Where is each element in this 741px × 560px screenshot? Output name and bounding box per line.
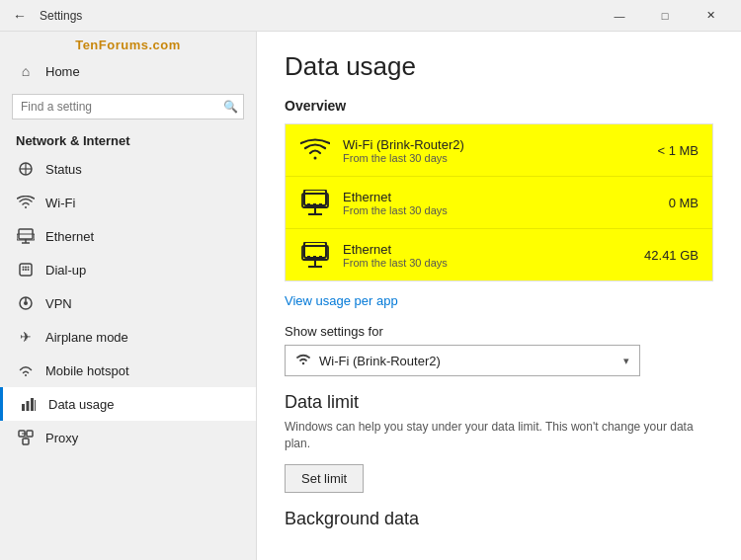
svg-rect-33 bbox=[304, 242, 326, 258]
search-icon: 🔍 bbox=[223, 100, 238, 114]
ethernet-icon bbox=[16, 226, 36, 246]
titlebar-title: Settings bbox=[40, 9, 597, 23]
data-usage-icon bbox=[19, 394, 39, 414]
sidebar-item-label: Home bbox=[45, 64, 240, 79]
svg-rect-37 bbox=[319, 256, 322, 261]
network-item-wifi[interactable]: Wi-Fi (Brink-Router2) From the last 30 d… bbox=[286, 124, 712, 177]
dropdown-wifi-icon bbox=[295, 353, 311, 368]
sidebar-item-airplane[interactable]: ✈ Airplane mode bbox=[0, 320, 256, 354]
sidebar-item-label: VPN bbox=[45, 296, 240, 311]
content-area: Data usage Overview Wi-Fi (Brink-Router2… bbox=[257, 32, 741, 560]
sidebar-item-data-usage[interactable]: Data usage Click on bbox=[0, 387, 256, 421]
svg-point-11 bbox=[23, 269, 25, 271]
svg-point-8 bbox=[23, 267, 25, 269]
window-controls: — □ ✕ bbox=[597, 0, 733, 32]
network-dropdown[interactable]: Wi-Fi (Brink-Router2) ▾ bbox=[285, 345, 640, 376]
watermark: TenForums.com bbox=[0, 32, 256, 54]
ethernet-network-icon-2 bbox=[299, 239, 331, 271]
network-item-ethernet-2[interactable]: Ethernet From the last 30 days 42.41 GB bbox=[286, 229, 712, 280]
network-sub: From the last 30 days bbox=[343, 257, 644, 269]
svg-rect-18 bbox=[27, 401, 30, 411]
main-layout: TenForums.com ⌂ Home 🔍 Network & Interne… bbox=[0, 32, 741, 560]
network-name: Ethernet bbox=[343, 190, 669, 204]
svg-rect-22 bbox=[27, 431, 33, 437]
sidebar-item-label: Status bbox=[45, 162, 240, 177]
svg-rect-19 bbox=[31, 398, 34, 411]
sidebar-item-ethernet[interactable]: Ethernet bbox=[0, 219, 256, 253]
overview-list: Wi-Fi (Brink-Router2) From the last 30 d… bbox=[285, 123, 713, 281]
close-button[interactable]: ✕ bbox=[688, 0, 733, 32]
hotspot-icon bbox=[16, 360, 36, 380]
sidebar-item-label: Wi-Fi bbox=[45, 196, 240, 210]
proxy-icon bbox=[16, 428, 36, 447]
sidebar-item-label: Ethernet bbox=[45, 229, 240, 244]
back-button[interactable]: ← bbox=[8, 4, 32, 28]
network-info: Wi-Fi (Brink-Router2) From the last 30 d… bbox=[343, 137, 657, 164]
dropdown-value: Wi-Fi (Brink-Router2) bbox=[319, 354, 623, 368]
wifi-icon bbox=[16, 193, 36, 212]
svg-rect-23 bbox=[23, 439, 29, 444]
svg-point-9 bbox=[25, 267, 27, 269]
sidebar-item-label: Proxy bbox=[45, 431, 240, 445]
sidebar-search: 🔍 bbox=[12, 94, 244, 120]
show-settings-label: Show settings for bbox=[285, 324, 713, 339]
svg-point-13 bbox=[28, 269, 30, 271]
sidebar-item-hotspot[interactable]: Mobile hotspot bbox=[0, 354, 256, 387]
sidebar-item-status[interactable]: Status bbox=[0, 152, 256, 186]
network-name: Wi-Fi (Brink-Router2) bbox=[343, 137, 657, 152]
status-icon bbox=[16, 159, 36, 179]
network-item-ethernet-1[interactable]: Ethernet From the last 30 days 0 MB bbox=[286, 177, 712, 229]
page-title: Data usage bbox=[285, 51, 713, 82]
view-usage-link[interactable]: View usage per app bbox=[285, 293, 398, 308]
maximize-button[interactable]: □ bbox=[642, 0, 688, 32]
airplane-icon: ✈ bbox=[16, 327, 36, 347]
sidebar: TenForums.com ⌂ Home 🔍 Network & Interne… bbox=[0, 32, 257, 560]
wifi-network-icon bbox=[299, 134, 331, 166]
svg-point-12 bbox=[25, 269, 27, 271]
sidebar-item-dialup[interactable]: Dial-up bbox=[0, 253, 256, 286]
svg-rect-20 bbox=[35, 400, 36, 411]
sidebar-item-label: Data usage bbox=[48, 397, 240, 412]
set-limit-button[interactable]: Set limit bbox=[285, 464, 364, 493]
sidebar-item-home[interactable]: ⌂ Home bbox=[0, 54, 256, 88]
dialup-icon bbox=[16, 260, 36, 280]
svg-rect-30 bbox=[319, 203, 322, 208]
sidebar-item-label: Airplane mode bbox=[45, 330, 240, 345]
network-info: Ethernet From the last 30 days bbox=[343, 242, 644, 269]
titlebar: ← Settings — □ ✕ bbox=[0, 0, 741, 32]
sidebar-section-title: Network & Internet bbox=[0, 127, 256, 152]
sidebar-item-wifi[interactable]: Wi-Fi bbox=[0, 186, 256, 219]
svg-rect-35 bbox=[307, 256, 310, 261]
data-limit-title: Data limit bbox=[285, 392, 713, 413]
home-icon: ⌂ bbox=[16, 61, 36, 81]
ethernet-network-icon-1 bbox=[299, 187, 331, 218]
network-usage: 42.41 GB bbox=[644, 248, 699, 263]
vpn-icon bbox=[16, 293, 36, 313]
svg-rect-28 bbox=[307, 203, 310, 208]
sidebar-item-proxy[interactable]: Proxy bbox=[0, 421, 256, 454]
svg-point-10 bbox=[28, 267, 30, 269]
network-usage: 0 MB bbox=[669, 196, 699, 210]
sidebar-item-vpn[interactable]: VPN bbox=[0, 286, 256, 320]
sidebar-item-label: Mobile hotspot bbox=[45, 363, 240, 378]
dropdown-arrow-icon: ▾ bbox=[623, 355, 629, 367]
search-input[interactable] bbox=[12, 94, 244, 120]
network-sub: From the last 30 days bbox=[343, 204, 669, 216]
network-name: Ethernet bbox=[343, 242, 644, 257]
svg-point-15 bbox=[24, 301, 28, 305]
background-data-title: Background data bbox=[285, 509, 713, 529]
overview-title: Overview bbox=[285, 98, 713, 114]
data-limit-desc: Windows can help you stay under your dat… bbox=[285, 419, 713, 452]
minimize-button[interactable]: — bbox=[597, 0, 642, 32]
network-info: Ethernet From the last 30 days bbox=[343, 190, 669, 216]
sidebar-item-label: Dial-up bbox=[45, 263, 240, 278]
svg-rect-26 bbox=[304, 190, 326, 205]
network-sub: From the last 30 days bbox=[343, 152, 657, 164]
svg-rect-17 bbox=[22, 404, 25, 411]
network-usage: < 1 MB bbox=[657, 143, 699, 158]
